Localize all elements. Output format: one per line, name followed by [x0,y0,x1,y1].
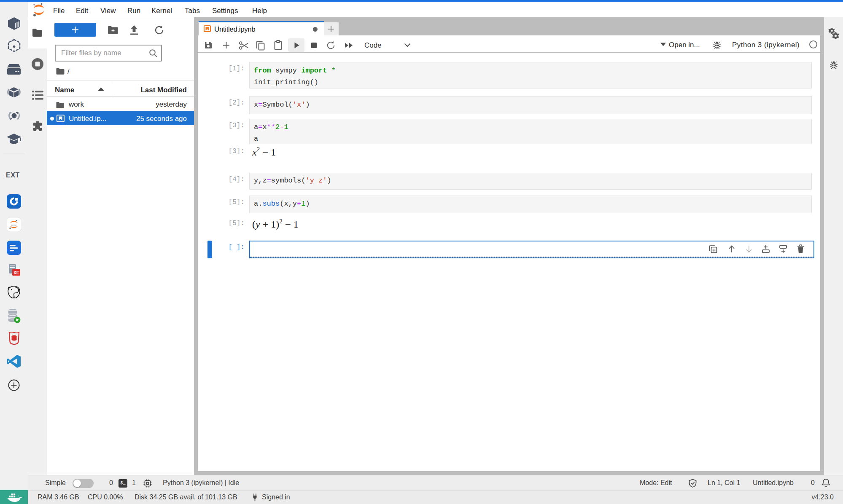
svg-text:XE: XE [13,271,19,275]
svg-text:jupyter: jupyter [11,224,17,226]
